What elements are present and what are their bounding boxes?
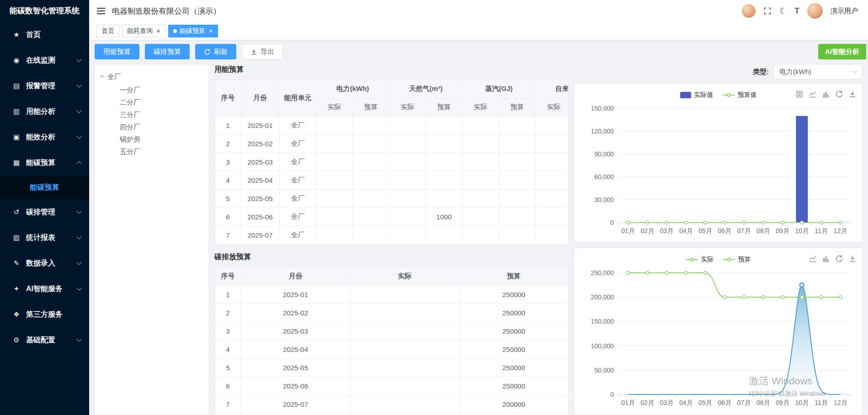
sidebar-item-8[interactable]: ✎数据录入 xyxy=(0,250,89,276)
sidebar-item-11[interactable]: ⚙基础配置 xyxy=(0,327,89,353)
sidebar-item-1[interactable]: ◉在线监测 xyxy=(0,48,89,73)
sidebar-item-4[interactable]: ▣能效分析 xyxy=(0,124,89,150)
refresh-button[interactable]: 刷新 xyxy=(195,44,236,59)
cell-value xyxy=(536,117,569,135)
refresh-icon[interactable] xyxy=(835,90,843,98)
tree-node-0[interactable]: 一分厂 xyxy=(100,84,204,96)
refresh-icon[interactable] xyxy=(835,255,843,263)
cell-no: 3 xyxy=(215,153,241,171)
sidebar-item-3[interactable]: ▥用能分析 xyxy=(0,99,89,124)
bar-chart-icon[interactable] xyxy=(822,255,830,263)
cell-value xyxy=(389,190,426,208)
cell-value xyxy=(499,171,536,190)
cell-budget: 200000 xyxy=(459,414,569,415)
carbon-chart-card: 实际预算 050,000100,000150,000200,000250,000… xyxy=(574,248,863,415)
sidebar-subitem-5-0[interactable]: 能碳预算 xyxy=(0,176,89,199)
cell-value xyxy=(353,190,389,208)
sidebar-item-2[interactable]: ▤报警管理 xyxy=(0,73,89,99)
type-select[interactable]: 电力(kWh) xyxy=(773,64,863,80)
legend-bar-swatch xyxy=(680,92,691,98)
tree-node-1[interactable]: 二分厂 xyxy=(100,96,204,108)
cell-value xyxy=(316,171,353,190)
user-avatar[interactable] xyxy=(807,3,823,19)
charts-column: 类型: 电力(kWh) 实际值预算值 xyxy=(574,64,863,415)
sidebar-item-9[interactable]: ✦AI智能服务 xyxy=(0,276,89,302)
download-icon[interactable] xyxy=(848,90,857,98)
cell-value xyxy=(316,135,353,153)
tab-1[interactable]: 能耗查询× xyxy=(122,25,165,37)
legend-item-0[interactable]: 实际值 xyxy=(680,91,714,99)
cell-value xyxy=(353,135,389,153)
cell-value xyxy=(426,135,463,153)
tab-2[interactable]: 能碳预算× xyxy=(168,25,218,37)
sidebar-item-5[interactable]: ▦能碳预算 xyxy=(0,150,89,176)
cell-actual xyxy=(351,322,459,341)
download-icon[interactable] xyxy=(848,255,857,263)
sidebar-item-10[interactable]: ❖第三方服务 xyxy=(0,302,89,327)
settings-icon: ⚙ xyxy=(11,336,22,344)
avatar-small[interactable] xyxy=(742,4,756,18)
bar-chart-icon[interactable] xyxy=(822,90,830,98)
export-button[interactable]: 导出 xyxy=(242,44,283,59)
cell-value xyxy=(536,171,569,190)
font-size-icon[interactable]: T xyxy=(795,6,799,16)
close-tab-icon[interactable]: × xyxy=(156,27,160,34)
cell-budget: 250000 xyxy=(459,341,569,359)
sidebar-item-label: 数据录入 xyxy=(26,259,77,268)
svg-text:120,000: 120,000 xyxy=(591,128,614,135)
cell-value xyxy=(426,117,463,135)
tree-node-root[interactable]: 全厂 xyxy=(100,70,204,84)
legend-item-1[interactable]: 预算值 xyxy=(723,91,757,99)
cell-value xyxy=(316,117,353,135)
cell-no: 1 xyxy=(215,286,241,304)
sidebar-item-label: 统计报表 xyxy=(26,233,77,243)
dark-mode-moon-icon[interactable]: ☾ xyxy=(779,6,787,16)
table-row: 52025-05250000 xyxy=(215,359,569,377)
svg-text:09月: 09月 xyxy=(776,227,789,234)
table-row: 42025-04全厂 xyxy=(215,171,569,190)
line-chart-icon[interactable] xyxy=(809,255,817,263)
tree-node-2[interactable]: 三分厂 xyxy=(100,108,204,121)
cell-budget: 250000 xyxy=(459,322,569,341)
svg-text:06月: 06月 xyxy=(718,399,732,406)
cell-actual xyxy=(351,377,459,395)
close-tab-icon[interactable]: × xyxy=(209,27,213,34)
cell-no: 2 xyxy=(215,304,241,322)
legend-item-1[interactable]: 预算 xyxy=(723,255,751,264)
cell-unit: 全厂 xyxy=(280,135,316,153)
sidebar-item-label: 用能分析 xyxy=(26,107,77,117)
cell-month: 2025-02 xyxy=(241,135,280,153)
cell-month: 2025-04 xyxy=(241,171,280,190)
sidebar-item-7[interactable]: ▥统计报表 xyxy=(0,225,89,250)
cell-month: 2025-06 xyxy=(241,208,280,226)
table-row: 32025-03全厂 xyxy=(215,153,569,171)
svg-text:09月: 09月 xyxy=(776,399,789,406)
legend-line-swatch xyxy=(723,95,735,96)
svg-text:60,000: 60,000 xyxy=(594,173,614,181)
legend-item-0[interactable]: 实际 xyxy=(686,255,714,264)
energy-budget-button[interactable]: 用能预算 xyxy=(95,44,139,59)
tab-0[interactable]: 首页 xyxy=(96,25,119,37)
cell-value xyxy=(353,153,389,171)
carbon-budget-chart: 050,000100,000150,000200,000250,00001月02… xyxy=(580,266,857,409)
tree-children: 一分厂二分厂三分厂四分厂锅炉房五分厂 xyxy=(100,84,204,158)
cell-no: 2 xyxy=(215,135,241,153)
cell-no: 5 xyxy=(215,190,241,208)
collapse-menu-icon[interactable] xyxy=(96,7,106,15)
tree-node-3[interactable]: 四分厂 xyxy=(100,121,204,133)
tree-node-4[interactable]: 锅炉房 xyxy=(100,133,204,145)
legend-label: 实际值 xyxy=(694,91,714,99)
table-row: 82025-08200000 xyxy=(215,414,569,415)
sidebar-item-0[interactable]: ★首页 xyxy=(0,22,89,48)
fullscreen-icon[interactable] xyxy=(763,7,772,15)
cell-actual xyxy=(351,414,459,415)
carbon-budget-button[interactable]: 碳排预算 xyxy=(145,44,190,59)
data-view-icon[interactable] xyxy=(795,90,804,98)
line-chart-icon[interactable] xyxy=(809,90,817,98)
panels: 全厂 一分厂二分厂三分厂四分厂锅炉房五分厂 用能预算 序号月份能用单元电力(kW… xyxy=(95,64,863,415)
sidebar-item-6[interactable]: ↺碳排管理 xyxy=(0,199,89,225)
svg-text:07月: 07月 xyxy=(737,227,751,234)
ai-analysis-button[interactable]: AI智能分析 xyxy=(818,44,866,59)
tree-node-5[interactable]: 五分厂 xyxy=(100,145,204,158)
cell-month: 2025-05 xyxy=(241,190,280,208)
